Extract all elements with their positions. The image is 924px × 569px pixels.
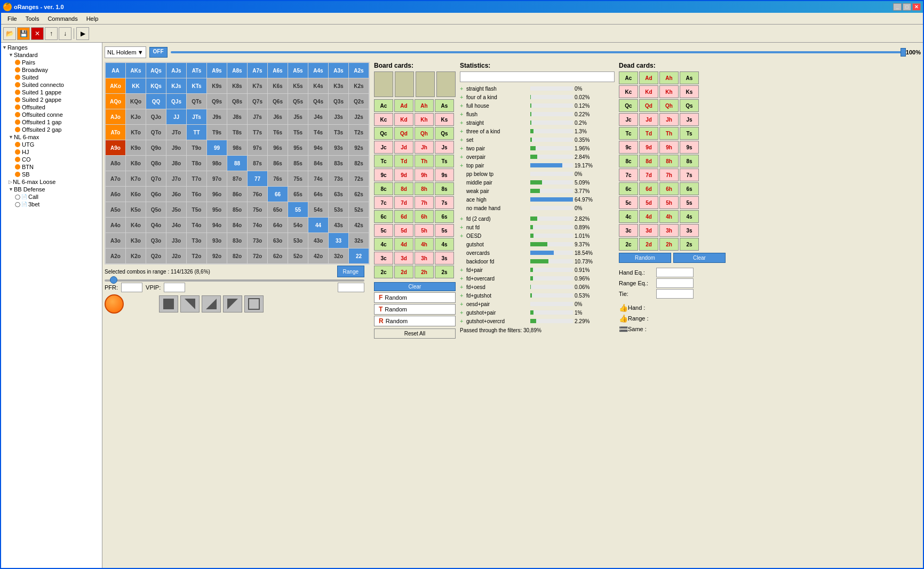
card-5h[interactable]: 5h	[659, 196, 679, 209]
grid-cell-k5s[interactable]: K5s	[288, 78, 308, 93]
board-slot-4[interactable]	[436, 71, 456, 97]
grid-cell-88[interactable]: 88	[227, 156, 247, 171]
card-5c[interactable]: 5c	[374, 224, 393, 237]
grid-cell-22[interactable]: 22	[349, 249, 369, 263]
board-clear-button[interactable]: Clear	[374, 282, 456, 291]
grid-cell-65o[interactable]: 65o	[268, 202, 288, 217]
grid-cell-j3o[interactable]: J3o	[166, 233, 186, 248]
grid-cell-a2o[interactable]: A2o	[106, 249, 125, 263]
grid-cell-aks[interactable]: AKs	[126, 63, 146, 78]
grid-cell-q9s[interactable]: Q9s	[207, 94, 227, 109]
card-qs[interactable]: Qs	[680, 99, 699, 112]
card-jd[interactable]: Jd	[639, 113, 658, 126]
board-random-t-button[interactable]: T Random	[374, 304, 456, 315]
card-9d[interactable]: 9d	[639, 141, 658, 154]
up-button[interactable]: ↑	[45, 27, 58, 40]
grid-cell-72o[interactable]: 72o	[248, 249, 267, 263]
card-8c[interactable]: 8c	[374, 182, 393, 195]
menu-commands[interactable]: Commands	[43, 14, 82, 23]
grid-cell-j6s[interactable]: J6s	[268, 109, 288, 124]
grid-cell-52s[interactable]: 52s	[349, 202, 369, 217]
card-7c[interactable]: 7c	[619, 169, 638, 181]
card-as[interactable]: As	[680, 71, 699, 84]
grid-cell-t7s[interactable]: T7s	[248, 125, 267, 140]
grid-cell-ako[interactable]: AKo	[106, 78, 125, 93]
grid-cell-qjo[interactable]: QJo	[146, 109, 166, 124]
weight-slider-track[interactable]	[105, 279, 364, 282]
grid-cell-k8o[interactable]: K8o	[126, 156, 146, 171]
grid-cell-53s[interactable]: 53s	[329, 202, 348, 217]
card-3h[interactable]: 3h	[659, 224, 679, 237]
grid-cell-84s[interactable]: 84s	[308, 156, 328, 171]
grid-cell-j3s[interactable]: J3s	[329, 109, 348, 124]
sidebar-item-ranges[interactable]: ▼ Ranges	[2, 44, 101, 51]
card-qc[interactable]: Qc	[374, 127, 393, 140]
grid-cell-a6o[interactable]: A6o	[106, 187, 125, 202]
pattern-btn-5[interactable]	[244, 295, 264, 312]
sidebar-item-offsuited-conne[interactable]: Offsuited conne	[2, 111, 101, 118]
card-kc[interactable]: Kc	[619, 85, 638, 98]
sidebar-item-suited-1gap[interactable]: Suited 1 gappe	[2, 89, 101, 96]
card-3s[interactable]: 3s	[435, 252, 454, 265]
grid-cell-j7s[interactable]: J7s	[248, 109, 267, 124]
grid-cell-75o[interactable]: 75o	[248, 202, 267, 217]
card-th[interactable]: Th	[659, 127, 679, 140]
grid-cell-k3o[interactable]: K3o	[126, 233, 146, 248]
minimize-button[interactable]: _	[893, 3, 902, 11]
grid-cell-jts[interactable]: JTs	[187, 109, 206, 124]
grid-cell-qq[interactable]: QQ	[146, 94, 166, 109]
grid-cell-62o[interactable]: 62o	[268, 249, 288, 263]
card-2d[interactable]: 2d	[394, 266, 413, 278]
card-3d[interactable]: 3d	[639, 224, 658, 237]
grid-cell-93s[interactable]: 93s	[329, 140, 348, 155]
card-6c[interactable]: 6c	[619, 182, 638, 195]
grid-cell-k5o[interactable]: K5o	[126, 202, 146, 217]
card-2h[interactable]: 2h	[415, 266, 434, 278]
grid-cell-t6s[interactable]: T6s	[268, 125, 288, 140]
sidebar-item-sb[interactable]: SB	[2, 171, 101, 178]
grid-cell-63o[interactable]: 63o	[268, 233, 288, 248]
grid-cell-a3s[interactable]: A3s	[329, 63, 348, 78]
grid-cell-76o[interactable]: 76o	[248, 187, 267, 202]
grid-cell-87o[interactable]: 87o	[227, 171, 247, 186]
grid-cell-aqo[interactable]: AQo	[106, 94, 125, 109]
grid-cell-kjs[interactable]: KJs	[166, 78, 186, 93]
weight-slider-thumb[interactable]	[110, 276, 117, 284]
grid-cell-77[interactable]: 77	[248, 171, 267, 186]
maximize-button[interactable]: □	[903, 3, 911, 11]
grid-cell-85s[interactable]: 85s	[288, 156, 308, 171]
card-7h[interactable]: 7h	[659, 169, 679, 181]
grid-cell-kk[interactable]: KK	[126, 78, 146, 93]
grid-cell-64o[interactable]: 64o	[268, 218, 288, 233]
card-5d[interactable]: 5d	[639, 196, 658, 209]
card-ad[interactable]: Ad	[639, 71, 658, 84]
grid-cell-42s[interactable]: 42s	[349, 218, 369, 233]
sidebar-item-pairs[interactable]: Pairs	[2, 59, 101, 66]
grid-cell-92o[interactable]: 92o	[207, 249, 227, 263]
off-button[interactable]: OFF	[149, 47, 168, 58]
grid-cell-q4s[interactable]: Q4s	[308, 94, 328, 109]
card-6d[interactable]: 6d	[639, 182, 658, 195]
grid-cell-a5s[interactable]: A5s	[288, 63, 308, 78]
card-qh[interactable]: Qh	[659, 99, 679, 112]
card-as[interactable]: As	[435, 99, 454, 112]
grid-cell-94s[interactable]: 94s	[308, 140, 328, 155]
card-3h[interactable]: 3h	[415, 252, 434, 265]
board-slot-1[interactable]	[374, 71, 393, 97]
grid-cell-t5s[interactable]: T5s	[288, 125, 308, 140]
grid-cell-ajo[interactable]: AJo	[106, 109, 125, 124]
card-8s[interactable]: 8s	[680, 155, 699, 167]
grid-cell-t7o[interactable]: T7o	[187, 171, 206, 186]
grid-cell-42o[interactable]: 42o	[308, 249, 328, 263]
grid-cell-33[interactable]: 33	[329, 233, 348, 248]
grid-cell-94o[interactable]: 94o	[207, 218, 227, 233]
grid-cell-a4s[interactable]: A4s	[308, 63, 328, 78]
sidebar-item-offsuited[interactable]: Offsuited	[2, 103, 101, 111]
sidebar-item-offsuited-1gap[interactable]: Offsuited 1 gap	[2, 118, 101, 126]
card-9h[interactable]: 9h	[659, 141, 679, 154]
grid-cell-t8s[interactable]: T8s	[227, 125, 247, 140]
menu-help[interactable]: Help	[82, 14, 103, 23]
grid-cell-92s[interactable]: 92s	[349, 140, 369, 155]
sidebar-item-nl6max-loose[interactable]: ▷ NL 6-max Loose	[2, 178, 101, 186]
sidebar-item-nl6max[interactable]: ▼ NL 6-max	[2, 133, 101, 141]
